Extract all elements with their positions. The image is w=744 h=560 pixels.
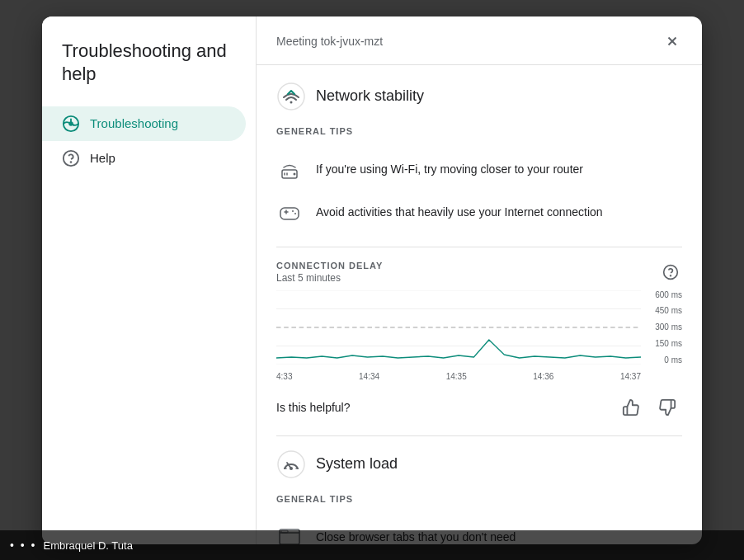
helpful-row: Is this helpful? (276, 393, 682, 422)
general-tips-label-2: GENERAL TIPS (276, 494, 682, 504)
divider-2 (276, 435, 682, 436)
sidebar-item-troubleshooting-label: Troubleshooting (90, 116, 178, 130)
chart-x-labels: 4:33 14:34 14:35 14:36 14:37 (276, 372, 641, 381)
sidebar-item-help-label: Help (90, 151, 115, 165)
sidebar: Troubleshooting and help Troubleshooting (42, 16, 257, 544)
sidebar-title: Troubleshooting and help (42, 40, 256, 106)
help-icon (62, 149, 80, 167)
system-load-header: System load (276, 449, 682, 479)
y-label-150: 150 ms (655, 339, 682, 348)
general-tips-label-1: GENERAL TIPS (276, 126, 682, 136)
system-load-title: System load (316, 455, 398, 473)
x-label-1435: 14:35 (446, 372, 467, 381)
connection-delay-chart: 600 ms 450 ms 300 ms 150 ms 0 ms (276, 290, 682, 381)
helpful-text: Is this helpful? (276, 401, 351, 414)
x-label-433: 4:33 (276, 372, 292, 381)
network-stability-header: Network stability (276, 82, 682, 111)
thumbs-up-button[interactable] (616, 393, 646, 422)
tip-item-internet: Avoid activities that heavily use your I… (276, 191, 682, 233)
bottom-bar-name: Embraquel D. Tuta (43, 539, 132, 552)
troubleshooting-icon (62, 115, 80, 133)
sidebar-item-help[interactable]: Help (42, 141, 246, 176)
x-label-1434: 14:34 (359, 372, 379, 381)
divider-1 (276, 247, 682, 247)
main-scroll[interactable]: Network stability GENERAL TIPS (257, 65, 702, 544)
tip-item-wifi: If you're using Wi-Fi, try moving closer… (276, 148, 682, 191)
y-label-600: 600 ms (655, 290, 682, 299)
network-stability-title: Network stability (316, 87, 424, 105)
modal-dialog: Troubleshooting and help Troubleshooting (42, 16, 702, 544)
chart-y-labels: 600 ms 450 ms 300 ms 150 ms 0 ms (643, 290, 682, 365)
connection-delay-header: CONNECTION DELAY Last 5 minutes (276, 261, 682, 284)
main-content: Meeting tok-jvux-mzt (257, 16, 702, 544)
main-header: Meeting tok-jvux-mzt (257, 16, 702, 65)
helpful-buttons (616, 393, 682, 422)
svg-point-2 (71, 162, 72, 162)
connection-delay-title: CONNECTION DELAY (276, 261, 383, 271)
thumbs-down-button[interactable] (652, 393, 682, 422)
gamepad-icon (276, 199, 303, 225)
svg-point-6 (290, 101, 293, 103)
svg-point-17 (671, 275, 671, 275)
sidebar-item-troubleshooting[interactable]: Troubleshooting (42, 106, 246, 141)
y-label-300: 300 ms (655, 322, 682, 332)
meeting-id: Meeting tok-jvux-mzt (276, 35, 383, 48)
tip-wifi-text: If you're using Wi-Fi, try moving closer… (316, 162, 583, 176)
svg-point-14 (292, 210, 294, 212)
tip-internet-text: Avoid activities that heavily use your I… (316, 205, 603, 219)
modal-overlay: Troubleshooting and help Troubleshooting (0, 0, 744, 560)
x-label-1436: 14:36 (533, 372, 553, 381)
close-button[interactable] (659, 28, 685, 54)
svg-point-25 (290, 467, 293, 470)
bottom-bar-dots: • • • (10, 539, 36, 552)
svg-point-15 (294, 213, 296, 214)
wifi-router-icon (276, 156, 303, 182)
y-label-0: 0 ms (664, 355, 682, 365)
chart-svg-area (276, 290, 641, 365)
x-label-1437: 14:37 (620, 372, 641, 381)
svg-point-10 (294, 172, 296, 175)
system-load-icon (276, 449, 306, 479)
connection-delay-help-button[interactable] (659, 261, 682, 284)
network-stability-icon (276, 82, 306, 111)
y-label-450: 450 ms (655, 306, 682, 315)
connection-delay-subtitle: Last 5 minutes (276, 272, 383, 284)
bottom-bar: • • • Embraquel D. Tuta (0, 530, 744, 560)
